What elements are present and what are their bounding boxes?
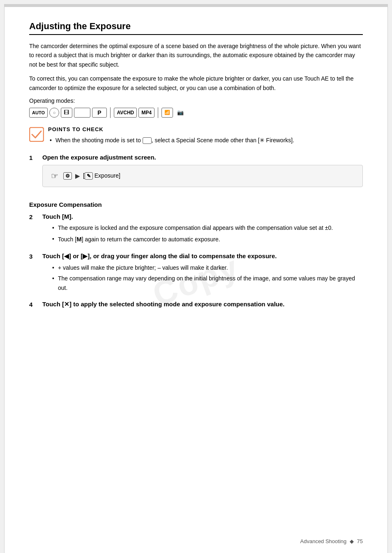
mode-film-icon: 🎞 [61, 108, 72, 118]
step-4-title: Touch [✕] to apply the selected shooting… [42, 301, 363, 308]
step-1: 1 Open the exposure adjustment screen. ☞… [29, 154, 363, 195]
step-2-title: Touch [M]. [42, 213, 363, 220]
step-4: 4 Touch [✕] to apply the selected shooti… [29, 301, 363, 311]
m-badge-2: M [76, 236, 82, 243]
mode-mp4: MP4 [138, 108, 154, 118]
points-check-item-1: When the shooting mode is set to , selec… [48, 136, 294, 145]
step-1-title: Open the exposure adjustment screen. [42, 154, 363, 161]
mode-avchd: AVCHD [114, 108, 137, 118]
cmd-arrow: ▶ [75, 173, 80, 179]
command-box: ☞ ⚙ ▶ [✎ Exposure] [42, 165, 363, 187]
points-to-check: POINTS TO CHECK When the shooting mode i… [29, 126, 363, 146]
step-4-number: 4 [29, 301, 37, 308]
body-paragraph-2: To correct this, you can compensate the … [29, 74, 363, 93]
points-check-content: POINTS TO CHECK When the shooting mode i… [48, 126, 294, 146]
step-2: 2 Touch [M]. The exposure is locked and … [29, 213, 363, 246]
step-4-content: Touch [✕] to apply the selected shooting… [42, 301, 363, 311]
section-heading: Exposure Compensation [29, 201, 363, 208]
page: Copy Adjusting the Exposure The camcorde… [4, 4, 388, 553]
points-check-icon [29, 127, 44, 142]
cmd-menu-icon: ⚙ [63, 172, 72, 180]
points-check-title: POINTS TO CHECK [48, 126, 294, 132]
top-border [5, 5, 387, 7]
step-2-number: 2 [29, 213, 37, 220]
step-2-bullets: The exposure is locked and the exposure … [51, 223, 363, 244]
step-3-bullet-1: + values will make the picture brighter;… [51, 263, 363, 272]
step-3-number: 3 [29, 253, 37, 260]
mode-empty-box [74, 108, 90, 118]
mode-auto: AUTO [29, 108, 48, 118]
m-badge: M [64, 213, 69, 220]
step-2-content: Touch [M]. The exposure is locked and th… [42, 213, 363, 246]
cmd-exposure-label: [✎ Exposure] [83, 172, 120, 180]
footer-page-number: 75 [357, 538, 363, 544]
mode-circle-icon: ○ [49, 108, 59, 118]
mode-wifi-icon: 📶 [161, 108, 173, 118]
scene-mode-icon [143, 137, 152, 144]
page-footer: Advanced Shooting ◆ 75 [300, 538, 363, 544]
footer-text: Advanced Shooting [300, 538, 347, 544]
step-1-content: Open the exposure adjustment screen. ☞ ⚙… [42, 154, 363, 195]
menu-icon-box: ⚙ [63, 172, 72, 180]
step-3: 3 Touch [◀] or [▶], or drag your finger … [29, 252, 363, 295]
step-1-number: 1 [29, 154, 37, 161]
body-paragraph-1: The camcorder determines the optimal exp… [29, 42, 363, 69]
hand-icon: ☞ [51, 171, 58, 181]
step-3-content: Touch [◀] or [▶], or drag your finger al… [42, 252, 363, 295]
mode-p: P [92, 108, 107, 118]
step-2-bullet-1: The exposure is locked and the exposure … [51, 223, 363, 232]
step-3-title: Touch [◀] or [▶], or drag your finger al… [42, 252, 363, 260]
points-check-list: When the shooting mode is set to , selec… [48, 136, 294, 145]
step-3-bullet-2: The compensation range may vary dependin… [51, 274, 363, 292]
step-2-bullet-2: Touch [M] again to return the camcorder … [51, 234, 363, 244]
mode-camera-icon: 📷 [175, 108, 186, 118]
footer-diamond: ◆ [350, 538, 354, 544]
page-title: Adjusting the Exposure [29, 21, 363, 35]
operating-modes-label: Operating modes: [29, 97, 363, 104]
exposure-icon-box: ✎ [85, 172, 93, 180]
mode-divider-1 [110, 107, 111, 118]
mode-divider-2 [158, 107, 159, 118]
step-3-bullets: + values will make the picture brighter;… [51, 263, 363, 292]
modes-row: AUTO ○ 🎞 P AVCHD MP4 📶 📷 [29, 107, 363, 118]
